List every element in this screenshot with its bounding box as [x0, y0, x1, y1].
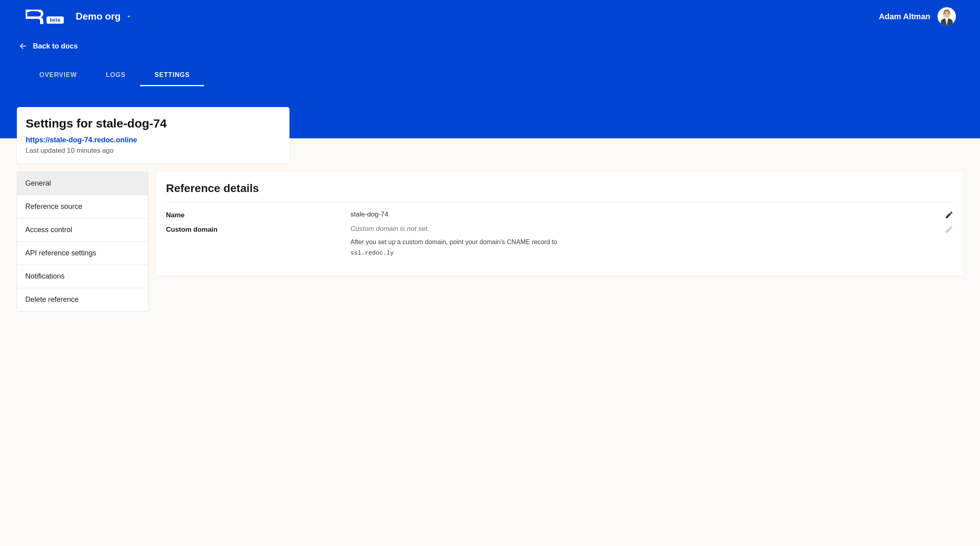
- tab-logs[interactable]: LOGS: [91, 66, 140, 86]
- settings-title-card: Settings for stale-dog-74 https://stale-…: [17, 107, 290, 164]
- edit-icon[interactable]: [945, 210, 954, 219]
- svg-point-5: [948, 13, 949, 14]
- back-link-label: Back to docs: [33, 42, 78, 51]
- org-name: Demo org: [76, 11, 121, 22]
- svg-rect-2: [30, 15, 38, 16]
- last-updated: Last updated 10 minutes ago: [26, 147, 281, 155]
- cname-code: ssl.redoc.ly: [350, 250, 394, 257]
- sidenav-item-notifications[interactable]: Notifications: [17, 265, 148, 288]
- sidenav-item-api-reference-settings[interactable]: API reference settings: [17, 242, 148, 265]
- sidenav-item-access-control[interactable]: Access control: [17, 218, 148, 242]
- custom-domain-hint: After you set up a custom domain, point …: [350, 239, 557, 256]
- detail-label-name: Name: [166, 210, 350, 219]
- user-avatar[interactable]: [937, 7, 956, 26]
- reference-details-card: Reference details Name stale-dog-74 Cust…: [156, 172, 963, 276]
- sidenav-item-reference-source[interactable]: Reference source: [17, 195, 148, 218]
- svg-rect-1: [30, 13, 38, 14]
- user-name: Adam Altman: [879, 12, 930, 21]
- svg-rect-0: [30, 11, 38, 12]
- detail-label-custom-domain: Custom domain: [166, 225, 350, 234]
- arrow-left-icon: [18, 42, 27, 51]
- tabs: OVERVIEW LOGS SETTINGS: [0, 51, 980, 86]
- details-heading: Reference details: [166, 182, 954, 195]
- tab-settings[interactable]: SETTINGS: [140, 66, 204, 86]
- chevron-down-icon: [126, 13, 132, 20]
- edit-icon-disabled: [945, 225, 954, 234]
- sidenav-item-delete-reference[interactable]: Delete reference: [17, 288, 148, 311]
- beta-badge: beta: [47, 16, 64, 24]
- logo-icon: [24, 8, 44, 25]
- page-title: Settings for stale-dog-74: [26, 117, 281, 130]
- back-to-docs-link[interactable]: Back to docs: [0, 26, 980, 51]
- settings-sidenav: General Reference source Access control …: [17, 172, 148, 311]
- tab-overview[interactable]: OVERVIEW: [25, 66, 91, 86]
- detail-row-custom-domain: Custom domain Custom domain is not set. …: [166, 225, 954, 258]
- svg-point-4: [945, 13, 946, 14]
- hint-text: After you set up a custom domain, point …: [350, 239, 557, 245]
- detail-row-name: Name stale-dog-74: [166, 210, 954, 219]
- sidenav-item-general[interactable]: General: [17, 172, 148, 195]
- avatar-icon: [939, 8, 954, 26]
- custom-domain-not-set: Custom domain is not set.: [350, 225, 937, 233]
- app-logo[interactable]: beta: [24, 8, 64, 25]
- detail-value-name: stale-dog-74: [350, 210, 937, 218]
- divider: [166, 202, 954, 202]
- project-url-link[interactable]: https://stale-dog-74.redoc.online: [26, 136, 281, 144]
- org-dropdown[interactable]: Demo org: [76, 11, 132, 22]
